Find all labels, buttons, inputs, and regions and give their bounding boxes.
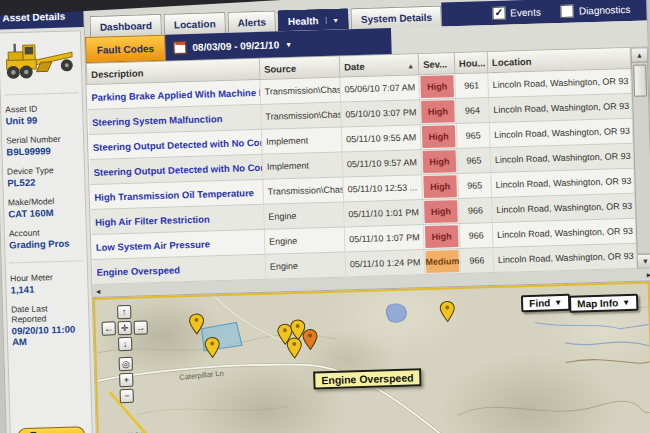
column-header-label: Date [344,60,365,72]
tab-system-details[interactable]: System Details [351,5,443,29]
cell-hours: 965 [456,123,490,149]
cell-date: 05/11/10 1:07 PM [344,225,424,252]
tab-location[interactable]: Location [164,12,226,35]
field-device-type: Device TypePL522 [7,164,81,188]
zoom-out-button[interactable]: − [120,389,134,403]
cell-source: Implement [261,127,342,154]
scroll-up-arrow-icon[interactable]: ▲ [632,48,647,62]
field-account: AccountGrading Pros [9,226,83,250]
severity-badge: High [424,200,458,223]
cell-date: 05/11/10 1:24 PM [345,250,425,277]
checkbox-checked-icon: ✓ [492,6,505,19]
map-pin-yellow[interactable] [286,337,303,359]
tab-fault-codes[interactable]: Fault Codes [85,35,166,63]
find-button[interactable]: Find ▼ [521,294,571,312]
map-info-button[interactable]: Map Info ▼ [569,294,639,313]
severity-badge: High [423,150,457,173]
cell-date: 05/11/10 12:53 ... [343,175,423,202]
chevron-down-icon: ▼ [554,298,562,307]
chevron-down-icon[interactable]: ▼ [325,17,339,24]
column-header-date[interactable]: Date▲ [339,54,419,77]
main-area: DashboardLocationAlertsHealth▼System Det… [84,0,650,433]
events-label: Events [510,6,541,18]
screenshot-stage: Asset Details A [0,0,650,433]
tab-alerts[interactable]: Alerts [227,10,276,32]
map-pin-yellow[interactable] [439,300,456,322]
fault-description-link[interactable]: High Air Filter Restriction [95,213,210,227]
cell-hours: 966 [459,223,493,249]
map-pin-yellow[interactable] [204,336,221,358]
scroll-down-arrow-icon[interactable]: ▼ [638,253,650,267]
cell-source: Engine [264,202,345,229]
tab-health[interactable]: Health▼ [278,8,350,31]
asset-photo-grader [3,34,78,95]
cell-severity: High [419,74,456,100]
cell-date: 05/11/10 1:01 PM [344,200,424,227]
column-header-hou[interactable]: Hou... [454,52,488,73]
zoom-in-button[interactable]: + [119,373,133,387]
scroll-left-arrow-icon[interactable]: ◄ [95,287,102,294]
field-asset-id: Asset IDUnit 99 [5,102,79,126]
cell-hours: 966 [460,248,494,274]
events-checkbox[interactable]: ✓ Events [492,5,541,19]
cell-severity: High [420,99,457,125]
column-header-label: Description [91,67,144,80]
severity-badge: Medium [426,250,460,273]
cell-source: Transmission\Chassis [263,177,344,204]
field-value: B9L99999 [6,144,79,157]
pan-left-button[interactable]: ← [102,321,116,335]
sort-ascending-icon: ▲ [407,62,414,69]
asset-details-sidebar: Asset Details A [0,5,97,433]
cell-date: 05/10/10 3:07 PM [341,100,421,127]
cell-source: Implement [262,152,343,179]
pan-right-button[interactable]: → [134,320,148,334]
map-panel[interactable]: ↑←✛→↓◎+− Find ▼ Map Info ▼ Engine Oversp… [93,281,650,433]
map-pin-yellow[interactable] [188,313,205,335]
fault-codes-grid: DescriptionSourceDate▲Sev...Hou...Locati… [86,47,650,285]
fault-codes-table: DescriptionSourceDate▲Sev...Hou...Locati… [86,48,637,285]
diagnostics-checkbox[interactable]: Diagnostics [561,2,631,17]
field-value: Grading Pros [9,237,82,250]
checkbox-unchecked-icon [561,4,574,17]
update-button[interactable]: Update [18,426,86,433]
cell-hours: 965 [457,148,491,174]
fault-description-link[interactable]: Low System Air Pressure [96,238,211,252]
severity-badge: High [425,225,459,248]
cell-date: 05/11/10 9:55 AM [341,125,421,152]
fault-description-link[interactable]: Parking Brake Applied With Machine In Mo… [91,85,260,102]
pan-up-button[interactable]: ↑ [117,305,131,319]
app-window: Asset Details A [0,0,650,433]
severity-badge: High [423,175,457,198]
severity-badge: High [420,75,454,98]
pan-center-button[interactable]: ✛ [118,321,132,335]
cell-severity: High [422,174,459,200]
scroll-right-arrow-icon[interactable]: ► [645,271,650,278]
map-info-button-label: Map Info [577,297,618,309]
pan-down-button[interactable]: ↓ [118,337,132,351]
chevron-down-icon: ▼ [285,40,292,47]
map-pin-orange[interactable] [302,328,319,350]
column-header-source[interactable]: Source [259,57,340,80]
tab-dashboard[interactable]: Dashboard [89,14,162,37]
column-header-label: Location [492,55,532,67]
cell-date: 05/06/10 7:07 AM [340,75,420,102]
fault-description-link[interactable]: Steering Output Detected with No Command… [93,160,262,178]
field-date-last-reported: Date Last Reported09/20/10 11:00 AM [11,302,85,347]
scrollbar-thumb[interactable] [633,64,647,96]
asset-details-panel: Asset IDUnit 99Serial NumberB9L99999Devi… [0,30,93,433]
cell-severity: Medium [424,249,461,275]
tab-label: Alerts [237,17,266,29]
fault-description-link[interactable]: Steering Output Detected with No Command… [93,135,262,153]
fit-map-button[interactable]: ◎ [119,357,133,371]
cell-location: Lincoln Road, Washington, OR 93 [493,243,637,272]
cell-source: Engine [265,252,346,279]
column-header-label: Hou... [459,57,486,69]
fault-description-link[interactable]: Steering System Malfunction [92,113,223,128]
field-value: Unit 99 [5,113,78,126]
field-serial-number: Serial NumberB9L99999 [6,133,80,157]
column-header-sev[interactable]: Sev... [418,53,455,75]
chevron-down-icon: ▼ [622,298,630,307]
field-label: Date Last Reported [11,302,85,324]
fault-description-link[interactable]: High Transmission Oil Temperature [94,187,254,203]
fault-description-link[interactable]: Engine Overspeed [96,264,180,277]
